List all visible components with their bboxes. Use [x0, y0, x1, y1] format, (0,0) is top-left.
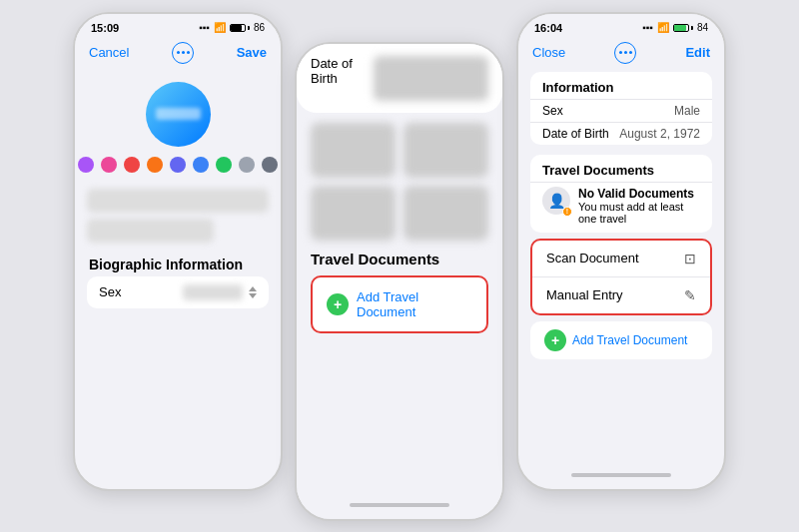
- more-options-button[interactable]: [172, 42, 194, 64]
- scan-document-button[interactable]: Scan Document ⊡: [532, 241, 710, 277]
- dot1: [177, 51, 180, 54]
- dob-field-label: Date of Birth: [542, 127, 609, 141]
- sex-value: [183, 284, 243, 300]
- color-purple[interactable]: [78, 157, 94, 173]
- color-red[interactable]: [124, 157, 140, 173]
- status-bar-3: 16:04 ▪▪▪ 📶 84: [518, 14, 724, 38]
- blurred-box-4: [403, 186, 488, 241]
- travel-docs-title-2: Travel Documents: [297, 251, 502, 275]
- dot2: [182, 51, 185, 54]
- home-indicator-2: [350, 503, 449, 507]
- status-time-3: 16:04: [534, 22, 562, 34]
- scan-icon: ⊡: [684, 251, 696, 266]
- information-card: Information Sex Male Date of Birth Augus…: [530, 72, 712, 145]
- save-button[interactable]: Save: [237, 45, 267, 60]
- add-travel-button-3[interactable]: + Add Travel Document: [530, 321, 712, 359]
- nav-bar-3: Close Edit: [518, 38, 724, 72]
- dob-section: Date of Birth: [297, 44, 502, 113]
- signal-icon-3: ▪▪▪: [642, 22, 653, 33]
- add-travel-document-button[interactable]: + Add Travel Document: [313, 277, 486, 331]
- status-icons-1: ▪▪▪ 📶 86: [199, 22, 265, 33]
- edit-button[interactable]: Edit: [685, 45, 710, 60]
- action-rows-container: Scan Document ⊡ Manual Entry ✎: [530, 239, 712, 315]
- info-card-title: Information: [530, 72, 712, 99]
- no-docs-row: 👤 ! No Valid Documents You must add at l…: [530, 182, 712, 233]
- color-orange[interactable]: [147, 157, 163, 173]
- avatar-content: [156, 108, 201, 120]
- warning-badge: !: [562, 207, 572, 217]
- sex-field-label: Sex: [542, 104, 563, 118]
- status-icons-3: ▪▪▪ 📶 84: [642, 22, 708, 33]
- add-travel-document-container: + Add Travel Document: [311, 275, 488, 333]
- chevron-down-icon: [249, 293, 257, 298]
- battery-indicator-1: [230, 24, 250, 32]
- last-name-field: [87, 219, 214, 243]
- cancel-button[interactable]: Cancel: [89, 45, 129, 60]
- color-picker[interactable]: [78, 157, 278, 173]
- home-indicator-3: [571, 473, 671, 477]
- edit-pencil-icon: ✎: [684, 287, 696, 303]
- blurred-box-2: [403, 123, 488, 178]
- screen1: 15:09 ▪▪▪ 📶 86 Cancel Save: [73, 12, 283, 491]
- battery-indicator-3: [673, 24, 693, 32]
- plus-circle-icon-3: +: [544, 329, 566, 351]
- battery-pct-3: 84: [697, 22, 708, 33]
- add-travel-card: + Add Travel Document: [530, 321, 712, 359]
- no-docs-description: You must add at least one travel: [578, 201, 700, 225]
- scan-document-label: Scan Document: [546, 251, 639, 266]
- sex-field-value: Male: [674, 104, 700, 118]
- screen3: 16:04 ▪▪▪ 📶 84 Close Edit: [516, 12, 726, 491]
- dot3-3: [629, 51, 632, 54]
- travel-docs-card: Travel Documents 👤 ! No Valid Documents …: [530, 155, 712, 233]
- signal-icon-1: ▪▪▪: [199, 22, 210, 33]
- more-options-button-3[interactable]: [614, 42, 636, 64]
- chevron-up-icon: [249, 286, 257, 291]
- first-name-field: [87, 189, 269, 213]
- add-travel-label-3: Add Travel Document: [572, 333, 687, 347]
- sex-label: Sex: [99, 284, 121, 299]
- no-docs-text-block: No Valid Documents You must add at least…: [578, 187, 700, 225]
- dot1-3: [619, 51, 622, 54]
- blurred-content: [297, 123, 502, 241]
- sex-field[interactable]: Sex: [87, 276, 269, 308]
- manual-entry-label: Manual Entry: [546, 287, 623, 302]
- status-time-1: 15:09: [91, 22, 119, 34]
- wifi-icon-3: 📶: [657, 22, 669, 33]
- color-light-gray[interactable]: [239, 157, 255, 173]
- sex-row: Sex Male: [530, 99, 712, 122]
- blurred-box-1: [311, 123, 396, 178]
- battery-pct-1: 86: [254, 22, 265, 33]
- status-bar-1: 15:09 ▪▪▪ 📶 86: [75, 14, 281, 38]
- color-green[interactable]: [216, 157, 232, 173]
- plus-circle-icon: +: [327, 293, 349, 315]
- color-gray[interactable]: [262, 157, 278, 173]
- travel-docs-title-3: Travel Documents: [530, 155, 712, 182]
- manual-entry-button[interactable]: Manual Entry ✎: [532, 277, 710, 313]
- dob-value-blurred: [374, 56, 488, 101]
- add-travel-document-label: Add Travel Document: [357, 289, 472, 319]
- nav-bar-1: Cancel Save: [75, 38, 281, 72]
- avatar[interactable]: [146, 82, 211, 147]
- screen2: Date of Birth Travel Documents + Add Tra…: [295, 42, 504, 521]
- avatar-section: [75, 72, 281, 181]
- close-button[interactable]: Close: [532, 45, 565, 60]
- blurred-box-3: [311, 186, 396, 241]
- dob-field-value: August 2, 1972: [619, 127, 700, 141]
- biographic-section-title: Biographic Information: [75, 249, 281, 276]
- color-pink[interactable]: [101, 157, 117, 173]
- no-docs-title: No Valid Documents: [578, 187, 700, 201]
- person-warning-icon: 👤 !: [542, 187, 570, 215]
- dob-label: Date of Birth: [311, 56, 366, 86]
- dot2-3: [624, 51, 627, 54]
- color-blue[interactable]: [193, 157, 209, 173]
- color-indigo[interactable]: [170, 157, 186, 173]
- dob-row: Date of Birth August 2, 1972: [530, 122, 712, 145]
- name-fields: [75, 189, 281, 243]
- wifi-icon-1: 📶: [214, 22, 226, 33]
- dot3: [187, 51, 190, 54]
- sex-stepper[interactable]: [249, 286, 257, 298]
